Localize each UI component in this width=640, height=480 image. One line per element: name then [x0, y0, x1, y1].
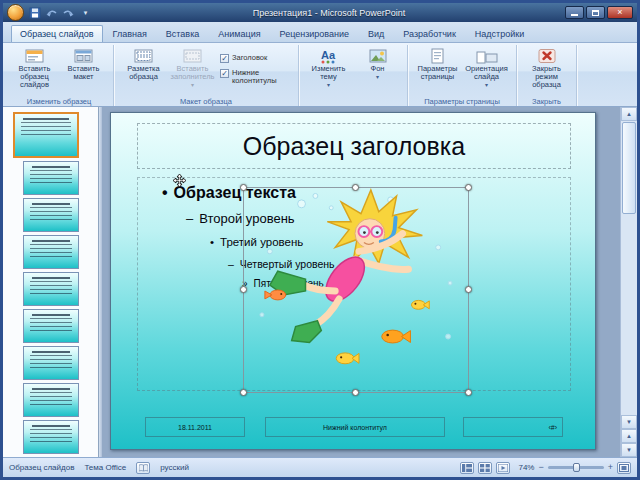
button-label: Ориентация слайда [463, 65, 510, 81]
insert-layout-button[interactable]: Вставить макет [59, 46, 108, 82]
previous-slide-button[interactable]: ▲ [621, 429, 637, 443]
tab-animation[interactable]: Анимация [209, 25, 269, 42]
zoom-slider[interactable] [548, 466, 604, 469]
slide-thumbnail[interactable] [23, 235, 79, 269]
group-label: Макет образца [114, 97, 298, 106]
close-icon: × [617, 8, 622, 17]
zoom-level-label[interactable]: 74% [514, 463, 534, 472]
titlebar: ▾ Презентация1 - Microsoft PowerPoint × [3, 3, 637, 22]
powerpoint-window: ▾ Презентация1 - Microsoft PowerPoint × … [0, 0, 640, 480]
selection-handle[interactable] [240, 389, 247, 396]
language-label: русский [160, 463, 189, 472]
selection-handle[interactable] [465, 389, 472, 396]
slide-orientation-button[interactable]: Ориентация слайда ▾ [462, 46, 511, 89]
insert-slide-master-icon [25, 47, 45, 64]
zoom-slider-thumb[interactable] [573, 463, 580, 472]
tab-view[interactable]: Вид [359, 25, 393, 42]
insert-placeholder-button[interactable]: Вставить заполнитель ▾ [168, 46, 217, 89]
office-button[interactable] [7, 4, 24, 21]
bullet-glyph: • [162, 184, 168, 202]
dropdown-arrow-icon: ▾ [327, 82, 330, 88]
background-styles-button[interactable]: Фон ▾ [353, 46, 402, 81]
tab-addins[interactable]: Надстройки [466, 25, 533, 42]
master-layout-button[interactable]: Разметка образца [119, 46, 168, 82]
thumbnail-title-line [32, 351, 70, 353]
checkbox-label: Нижние колонтитулы [232, 69, 291, 85]
dropdown-arrow-icon: ▾ [485, 82, 488, 88]
slide-thumbnail[interactable] [23, 309, 79, 343]
qat-customize-icon[interactable]: ▾ [78, 6, 93, 20]
slide-thumbnail[interactable] [23, 346, 79, 380]
tab-insert[interactable]: Вставка [157, 25, 208, 42]
selected-picture[interactable] [243, 187, 469, 393]
snorkeling-girl-clipart [244, 188, 468, 392]
slide-thumbnail[interactable] [23, 198, 79, 232]
background-icon [368, 47, 388, 64]
scrollbar-thumb[interactable] [622, 122, 636, 214]
maximize-icon [592, 10, 599, 16]
vertical-scrollbar[interactable]: ▲ ▼ ▲ ▼ [620, 107, 637, 457]
insert-placeholder-icon [183, 47, 203, 64]
scrollbar-track[interactable] [621, 215, 637, 415]
slide-thumbnail[interactable] [23, 420, 79, 454]
window-controls: × [565, 6, 633, 19]
undo-icon[interactable] [44, 6, 59, 20]
group-close: Закрыть режим образца Закрыть [517, 45, 577, 106]
next-slide-button[interactable]: ▼ [621, 443, 637, 457]
fit-to-window-button[interactable] [617, 462, 631, 474]
date-placeholder[interactable]: 18.11.2011 [145, 417, 245, 437]
scroll-up-button[interactable]: ▲ [621, 107, 637, 121]
zoom-out-button[interactable]: − [538, 463, 543, 472]
checkbox-checked-icon: ✓ [220, 69, 229, 78]
slide-number-placeholder[interactable]: ‹#› [463, 417, 563, 437]
title-checkbox[interactable]: ✓ Заголовок [220, 54, 291, 63]
scroll-down-button[interactable]: ▼ [621, 415, 637, 429]
thumbnail-text-lines [30, 281, 72, 295]
slide-thumbnail[interactable] [23, 272, 79, 306]
maximize-button[interactable] [586, 6, 605, 19]
ribbon-tab-bar: Образец слайдов Главная Вставка Анимация… [3, 22, 637, 43]
spellcheck-icon[interactable] [136, 462, 150, 474]
title-placeholder[interactable]: Образец заголовка [137, 123, 571, 169]
group-master-layout: Разметка образца Вставить заполнитель ▾ … [114, 45, 299, 106]
footers-checkbox[interactable]: ✓ Нижние колонтитулы [220, 69, 291, 85]
slide-sorter-view-button[interactable] [478, 462, 492, 474]
redo-icon[interactable] [61, 6, 76, 20]
selection-handle[interactable] [352, 184, 359, 191]
selection-handle[interactable] [240, 286, 247, 293]
tab-review[interactable]: Рецензирование [271, 25, 359, 42]
footer-placeholder[interactable]: Нижний колонтитул [265, 417, 445, 437]
thumbnail-title-line [32, 166, 70, 168]
slide-thumbnail[interactable] [23, 383, 79, 417]
close-master-view-button[interactable]: Закрыть режим образца [522, 46, 571, 90]
save-icon[interactable] [27, 6, 42, 20]
slide-thumbnail[interactable] [23, 161, 79, 195]
tab-slide-master[interactable]: Образец слайдов [11, 25, 103, 42]
dropdown-arrow-icon: ▾ [376, 74, 379, 80]
slide-canvas[interactable]: Образец заголовка • Образец текста – Вто… [110, 112, 596, 450]
button-label: Вставить заполнитель [169, 65, 216, 81]
slide-thumbnail[interactable] [13, 112, 79, 158]
zoom-in-button[interactable]: + [608, 463, 613, 472]
edit-theme-button[interactable]: Аа Изменить тему ▾ [304, 46, 353, 89]
thumbnail-title-line [23, 118, 69, 120]
thumbnail-title-line [32, 240, 70, 242]
selection-handle[interactable] [465, 286, 472, 293]
normal-view-button[interactable] [460, 462, 474, 474]
page-setup-button[interactable]: Параметры страницы [413, 46, 462, 82]
button-label: Вставить образец слайдов [11, 65, 58, 89]
close-button[interactable]: × [607, 6, 633, 19]
close-master-view-icon [537, 47, 557, 64]
insert-slide-master-button[interactable]: Вставить образец слайдов [10, 46, 59, 90]
minimize-icon [571, 14, 578, 16]
tab-developer[interactable]: Разработчик [394, 25, 464, 42]
minimize-button[interactable] [565, 6, 584, 19]
slide-editor: Образец заголовка • Образец текста – Вто… [102, 107, 620, 457]
selection-handle[interactable] [465, 184, 472, 191]
group-page-setup: Параметры страницы Ориентация слайда ▾ П… [408, 45, 517, 106]
selection-handle[interactable] [240, 184, 247, 191]
tab-home[interactable]: Главная [104, 25, 156, 42]
slideshow-view-button[interactable] [496, 462, 510, 474]
slide-orientation-icon [476, 47, 498, 64]
selection-handle[interactable] [352, 389, 359, 396]
